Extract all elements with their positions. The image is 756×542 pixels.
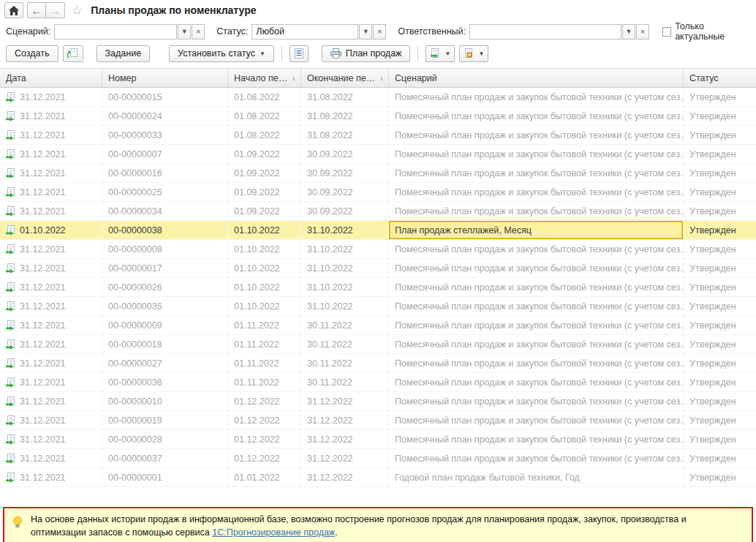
table-row[interactable]: 31.12.2021 00-00000001 01.01.2022 31.12.…: [0, 468, 756, 487]
cell-scenario: Помесячный план продаж и закупок бытовой…: [389, 411, 684, 429]
cell-number: 00-00000015: [102, 88, 228, 106]
cell-status: Утвержден: [684, 88, 756, 106]
home-button[interactable]: [4, 2, 23, 18]
cell-number: 00-00000024: [102, 107, 228, 125]
table-row[interactable]: 31.12.2021 00-00000026 01.10.2022 31.10.…: [0, 278, 756, 297]
table-row[interactable]: 31.12.2021 00-00000034 01.09.2022 30.09.…: [0, 202, 756, 221]
cell-date: 31.12.2021: [0, 202, 102, 220]
document-posted-icon: [6, 168, 15, 178]
table-row[interactable]: 31.12.2021 00-00000024 01.08.2022 31.08.…: [0, 107, 756, 126]
table-row[interactable]: 31.12.2021 00-00000019 01.12.2022 31.12.…: [0, 411, 756, 430]
status-clear-button[interactable]: ×: [373, 24, 386, 39]
table-row[interactable]: 31.12.2021 00-00000016 01.09.2022 30.09.…: [0, 164, 756, 183]
responsible-clear-button[interactable]: ×: [636, 24, 649, 39]
document-posted-icon: [6, 282, 15, 293]
cell-period-start: 01.11.2022: [228, 316, 301, 334]
set-status-button[interactable]: Установить статус ▼: [169, 45, 274, 62]
cell-date: 31.12.2021: [0, 449, 102, 467]
chevron-down-icon: ▼: [181, 28, 188, 35]
toolbar-separator: [417, 46, 418, 61]
settings-file-icon: [464, 48, 474, 59]
cell-number: 00-00000001: [102, 468, 228, 486]
table-row[interactable]: 31.12.2021 00-00000018 01.11.2022 30.11.…: [0, 335, 756, 354]
responsible-filter-input[interactable]: [469, 24, 621, 39]
document-posted-icon: [6, 130, 15, 140]
cell-status: Утвержден: [684, 335, 756, 353]
table-row[interactable]: 31.12.2021 00-00000017 01.10.2022 31.10.…: [0, 259, 756, 278]
sales-plan-print-button[interactable]: План продаж: [322, 45, 411, 62]
task-button[interactable]: Задание: [97, 45, 151, 62]
table-row[interactable]: 31.12.2021 00-00000008 01.10.2022 31.10.…: [0, 240, 756, 259]
cell-number: 00-00000007: [102, 145, 228, 163]
cell-period-end: 30.09.2022: [301, 145, 389, 163]
table-row[interactable]: 31.12.2021 00-00000009 01.11.2022 30.11.…: [0, 316, 756, 335]
cell-scenario: Помесячный план продаж и закупок бытовой…: [389, 164, 684, 182]
table-row[interactable]: 31.12.2021 00-00000015 01.08.2022 31.08.…: [0, 88, 756, 107]
status-filter-input[interactable]: [252, 24, 358, 39]
table-row[interactable]: 31.12.2021 00-00000035 01.10.2022 31.10.…: [0, 297, 756, 316]
table-row[interactable]: 31.12.2021 00-00000037 01.12.2022 31.12.…: [0, 449, 756, 468]
scenario-filter-input[interactable]: [54, 24, 177, 39]
report-button[interactable]: [290, 45, 309, 62]
cell-date: 31.12.2021: [0, 164, 102, 182]
cell-number: 00-00000016: [102, 164, 228, 182]
cell-period-end: 31.08.2022: [301, 126, 389, 144]
home-icon: [9, 6, 19, 15]
document-posted-icon: [6, 434, 15, 445]
date-value: 31.12.2021: [20, 92, 66, 102]
cell-scenario: Помесячный план продаж и закупок бытовой…: [389, 126, 684, 144]
cell-date: 31.12.2021: [0, 240, 102, 258]
date-value: 31.12.2021: [20, 473, 66, 483]
back-arrow-icon: ←: [31, 5, 42, 16]
cell-number: 00-00000035: [102, 297, 228, 315]
table-row[interactable]: 01.10.2022 00-00000038 01.10.2022 31.10.…: [0, 221, 756, 240]
cell-date: 31.12.2021: [0, 145, 102, 163]
cell-status: Утвержден: [684, 126, 756, 144]
column-header-date[interactable]: Дата: [0, 69, 102, 87]
cell-period-start: 01.12.2022: [228, 449, 301, 467]
only-actual-checkbox[interactable]: Только актуальные: [662, 21, 750, 42]
column-header-end[interactable]: Окончание пе… ↓: [301, 69, 389, 87]
cell-number: 00-00000019: [102, 411, 228, 429]
chevron-down-icon: ▼: [363, 28, 369, 35]
forecasting-service-link[interactable]: 1С:Прогнозирование продаж: [212, 527, 335, 538]
table-row[interactable]: 31.12.2021 00-00000033 01.08.2022 31.08.…: [0, 126, 756, 145]
cell-date: 31.12.2021: [0, 259, 102, 277]
date-value: 31.12.2021: [20, 168, 66, 178]
scenario-clear-button[interactable]: ×: [192, 24, 205, 39]
cell-status: Утвержден: [684, 316, 756, 334]
responsible-dropdown-button[interactable]: ▼: [622, 24, 635, 39]
lightbulb-icon: [12, 515, 23, 533]
forward-button[interactable]: →: [46, 2, 65, 18]
favorite-star-icon[interactable]: ☆: [72, 4, 83, 17]
table-row[interactable]: 31.12.2021 00-00000025 01.09.2022 30.09.…: [0, 183, 756, 202]
cell-status: Утвержден: [684, 183, 756, 201]
chevron-down-icon: ▼: [445, 50, 450, 57]
column-header-status[interactable]: Статус: [684, 69, 756, 87]
only-actual-label: Только актуальные: [675, 21, 750, 42]
create-button[interactable]: Создать: [6, 45, 58, 62]
more-actions-button[interactable]: ▼: [459, 45, 488, 62]
command-toolbar: Создать Задание Установить статус ▼: [0, 42, 756, 64]
cell-scenario: Годовой план продаж бытовой техники, Год: [389, 468, 684, 486]
back-button[interactable]: ←: [27, 2, 46, 18]
table-row[interactable]: 31.12.2021 00-00000027 01.11.2022 30.11.…: [0, 354, 756, 373]
column-header-number[interactable]: Номер: [102, 69, 228, 87]
create-copy-button[interactable]: [63, 45, 83, 62]
export-button[interactable]: ▼: [426, 45, 455, 62]
table-row[interactable]: 31.12.2021 00-00000007 01.09.2022 30.09.…: [0, 145, 756, 164]
column-header-start[interactable]: Начало пе… ↓: [228, 69, 301, 87]
cell-scenario: Помесячный план продаж и закупок бытовой…: [389, 88, 684, 106]
cell-date: 31.12.2021: [0, 126, 102, 144]
table-row[interactable]: 31.12.2021 00-00000036 01.11.2022 30.11.…: [0, 373, 756, 392]
cell-date: 31.12.2021: [0, 354, 102, 372]
document-posted-icon: [6, 301, 15, 312]
column-label: Сценарий: [395, 73, 437, 83]
cell-status: Утвержден: [684, 278, 756, 296]
column-header-scenario[interactable]: Сценарий: [389, 69, 684, 87]
table-row[interactable]: 31.12.2021 00-00000028 01.12.2022 31.12.…: [0, 430, 756, 449]
cell-period-end: 31.12.2022: [301, 392, 389, 410]
status-dropdown-button[interactable]: ▼: [359, 24, 372, 39]
scenario-dropdown-button[interactable]: ▼: [178, 24, 191, 39]
table-row[interactable]: 31.12.2021 00-00000010 01.12.2022 31.12.…: [0, 392, 756, 411]
